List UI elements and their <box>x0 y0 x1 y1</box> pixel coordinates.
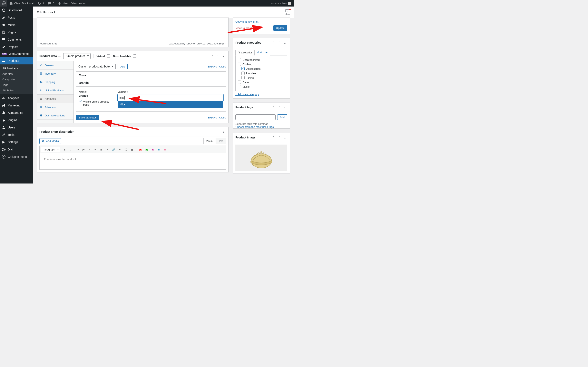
menu-media[interactable]: Media <box>0 21 33 29</box>
move-up[interactable]: ˄ <box>210 54 215 58</box>
bullet-list-button[interactable]: ⋮≡ <box>74 147 80 152</box>
menu-products[interactable]: Products <box>0 57 33 64</box>
tab-attributes[interactable]: Attributes <box>37 95 73 103</box>
menu-marketing[interactable]: Marketing <box>0 102 33 109</box>
italic-button[interactable]: I <box>68 147 74 152</box>
divi-button-2[interactable]: ▣ <box>144 147 149 152</box>
link-button[interactable]: 🔗 <box>111 147 117 152</box>
cat-hoodies-cb[interactable] <box>241 72 245 75</box>
downloadable-checkbox[interactable] <box>133 54 136 58</box>
divi-button-4[interactable]: ▣ <box>156 147 162 152</box>
submenu-categories[interactable]: Categories <box>0 77 33 82</box>
attribute-color-header[interactable]: Color <box>76 72 226 79</box>
cat-music-cb[interactable] <box>238 85 241 88</box>
wp-logo[interactable] <box>0 0 7 7</box>
short-desc-editor[interactable]: This is a simple product. <box>39 153 226 170</box>
expand-all-bottom[interactable]: Expand <box>208 116 217 119</box>
tab-linked-products[interactable]: Linked Products <box>37 86 73 95</box>
menu-woocommerce[interactable]: WooWooCommerce <box>0 50 33 57</box>
cat-accessories-cb[interactable] <box>241 67 245 70</box>
divi-button-1[interactable]: ▣ <box>138 147 143 152</box>
menu-users[interactable]: Users <box>0 124 33 131</box>
cat-decor-cb[interactable] <box>238 81 241 84</box>
menu-plugins[interactable]: Plugins <box>0 117 33 124</box>
move-down[interactable]: ˅ <box>215 129 220 134</box>
new-content[interactable]: New <box>56 0 70 7</box>
collapse-menu[interactable]: Collapse menu <box>0 153 33 160</box>
tags-input[interactable] <box>235 114 276 120</box>
menu-projects[interactable]: Projects <box>0 43 33 50</box>
site-name[interactable]: Clean Divi Install <box>7 0 36 7</box>
add-media-button[interactable]: Add Media <box>39 138 61 144</box>
cat-uncategorized-cb[interactable] <box>238 58 241 61</box>
editor-content-area[interactable] <box>37 18 228 40</box>
toggle-panel[interactable]: ▴ <box>221 54 226 58</box>
autocomplete-option-nike[interactable]: Nike <box>118 101 223 108</box>
attribute-taxonomy-select[interactable]: Custom product attribute <box>76 64 116 69</box>
toolbar-toggle-button[interactable]: ▦ <box>129 147 135 152</box>
my-account[interactable]: Howdy, robey <box>270 2 292 5</box>
move-up[interactable]: ˄ <box>210 129 215 134</box>
move-to-trash[interactable]: Move to Trash <box>235 26 252 30</box>
virtual-checkbox[interactable] <box>107 54 110 58</box>
number-list-button[interactable]: 1≡ <box>80 147 86 152</box>
add-new-category[interactable]: + Add new category <box>235 93 259 96</box>
cat-tshirts-cb[interactable] <box>241 76 245 79</box>
expand-all[interactable]: Expand <box>208 65 217 68</box>
move-down[interactable]: ˅ <box>215 54 220 58</box>
align-left-button[interactable]: ≡ <box>93 147 98 152</box>
submenu-attributes[interactable]: Attributes <box>0 88 33 93</box>
menu-comments[interactable]: Comments <box>0 36 33 43</box>
submenu-tags[interactable]: Tags <box>0 82 33 88</box>
menu-posts[interactable]: Posts <box>0 14 33 21</box>
insert-more-button[interactable]: ⫟ <box>117 147 123 152</box>
add-tag-button[interactable]: Add <box>277 114 287 120</box>
tab-advanced[interactable]: Advanced <box>37 103 73 111</box>
attribute-values-input[interactable]: nike <box>118 94 223 101</box>
menu-analytics[interactable]: Analytics <box>0 94 33 102</box>
menu-dashboard[interactable]: Dashboard <box>0 7 33 14</box>
tab-get-more[interactable]: Get more options <box>37 111 73 120</box>
inbox-button[interactable]: Inbox <box>285 9 290 15</box>
visual-tab[interactable]: Visual <box>203 138 216 144</box>
save-attributes-button[interactable]: Save attributes <box>76 115 99 120</box>
fullscreen-button[interactable]: ⛶ <box>123 147 129 152</box>
attribute-brands-header[interactable]: Brands <box>76 79 226 87</box>
comments-count[interactable]: 0 <box>46 0 56 7</box>
menu-divi[interactable]: Divi <box>0 146 33 153</box>
format-select[interactable]: Paragraph <box>41 147 60 152</box>
submenu-add-new[interactable]: Add New <box>0 71 33 77</box>
text-tab[interactable]: Text <box>216 138 226 144</box>
visible-checkbox[interactable] <box>79 100 82 103</box>
align-right-button[interactable]: ≡ <box>105 147 111 152</box>
product-type-select[interactable]: Simple product <box>63 53 90 59</box>
align-center-button[interactable]: ≣ <box>99 147 104 152</box>
copy-to-draft[interactable]: Copy to a new draft <box>235 20 287 23</box>
divi-button-3[interactable]: ▣ <box>150 147 156 152</box>
most-used-tab[interactable]: Most Used <box>255 50 270 55</box>
add-attribute-button[interactable]: Add <box>118 64 128 69</box>
all-categories-tab[interactable]: All categories <box>235 50 255 55</box>
cat-clothing-cb[interactable] <box>238 63 241 66</box>
product-image-thumbnail[interactable] <box>235 145 287 171</box>
updates[interactable]: 1 <box>36 0 46 7</box>
close-all[interactable]: Close <box>219 65 226 68</box>
choose-used-tags[interactable]: Choose from the most used tags <box>233 123 276 131</box>
menu-settings[interactable]: Settings <box>0 138 33 146</box>
quote-button[interactable]: ❝ <box>86 147 92 152</box>
menu-tools[interactable]: Tools <box>0 131 33 138</box>
view-product[interactable]: View product <box>70 0 88 7</box>
bold-button[interactable]: B <box>62 147 68 152</box>
update-button[interactable]: Update <box>273 25 287 31</box>
attribute-name-value: Brands <box>79 94 113 97</box>
toggle-panel[interactable]: ▴ <box>221 129 226 134</box>
tab-general[interactable]: General <box>37 61 73 69</box>
menu-appearance[interactable]: Appearance <box>0 109 33 117</box>
tab-inventory[interactable]: Inventory <box>37 69 73 78</box>
close-all-bottom[interactable]: Close <box>219 116 226 119</box>
divi-button-5[interactable]: ▣ <box>162 147 168 152</box>
tab-shipping[interactable]: Shipping <box>37 78 73 86</box>
submenu-all-products[interactable]: All Products <box>0 66 33 71</box>
menu-pages[interactable]: Pages <box>0 29 33 36</box>
svg-point-8 <box>41 107 42 108</box>
